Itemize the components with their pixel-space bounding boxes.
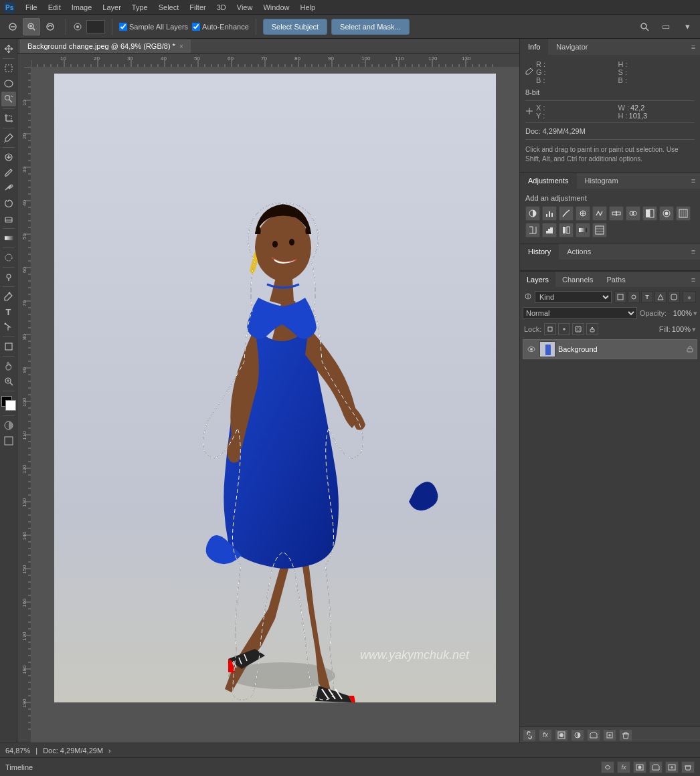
- timeline-add-btn[interactable]: [665, 761, 679, 773]
- layer-background[interactable]: Background: [523, 339, 697, 359]
- adj-hue-sat[interactable]: [609, 206, 624, 221]
- lock-artboard-btn[interactable]: [572, 323, 584, 335]
- sample-all-layers-checkbox[interactable]: [119, 23, 127, 31]
- search-button[interactable]: [636, 18, 653, 35]
- crop-tool[interactable]: [1, 111, 16, 126]
- quick-mask-toggle[interactable]: [1, 418, 16, 433]
- menu-layer[interactable]: Layer: [97, 2, 126, 13]
- screen-mode-toggle[interactable]: [1, 433, 16, 448]
- add-group-btn[interactable]: [587, 729, 600, 741]
- adj-photo-filter[interactable]: [659, 206, 674, 221]
- tab-paths[interactable]: Paths: [600, 272, 632, 288]
- hand-tool[interactable]: [1, 359, 16, 373]
- timeline-mask-btn[interactable]: [633, 761, 646, 773]
- menu-edit[interactable]: Edit: [43, 2, 66, 13]
- tab-actions[interactable]: Actions: [559, 244, 599, 260]
- adj-channel-mixer[interactable]: [676, 206, 691, 221]
- kind-filter-toggle[interactable]: ●: [683, 291, 696, 303]
- tab-history[interactable]: History: [520, 244, 559, 260]
- timeline-link-btn[interactable]: [601, 761, 614, 773]
- menu-image[interactable]: Image: [66, 2, 98, 13]
- quick-select-tool[interactable]: [1, 92, 16, 106]
- tab-adjustments[interactable]: Adjustments: [520, 173, 577, 189]
- tab-channels[interactable]: Channels: [555, 272, 600, 288]
- layer-visibility-icon[interactable]: [526, 344, 537, 355]
- tool-select-mask[interactable]: [41, 18, 59, 35]
- tab-close-button[interactable]: ×: [179, 43, 183, 50]
- tab-layers[interactable]: Layers: [520, 272, 555, 288]
- lock-all-btn[interactable]: [586, 323, 598, 335]
- kind-smart-btn[interactable]: [668, 291, 680, 303]
- history-brush-tool[interactable]: [1, 196, 16, 211]
- healing-brush-tool[interactable]: [1, 150, 16, 165]
- timeline-group-btn[interactable]: [649, 761, 663, 773]
- adj-curves[interactable]: [559, 206, 574, 221]
- adj-posterize[interactable]: [542, 223, 557, 237]
- menu-file[interactable]: File: [20, 2, 43, 13]
- adj-vibrance[interactable]: [592, 206, 607, 221]
- tab-histogram[interactable]: Histogram: [577, 173, 626, 189]
- marquee-tool[interactable]: [1, 61, 16, 76]
- text-tool[interactable]: T: [1, 304, 16, 319]
- fill-value[interactable]: 100%: [672, 325, 691, 333]
- kind-text-btn[interactable]: T: [641, 291, 653, 303]
- kind-shape-btn[interactable]: [654, 291, 667, 303]
- lock-position-btn[interactable]: [558, 323, 570, 335]
- timeline-delete-btn[interactable]: [681, 761, 695, 773]
- eraser-tool[interactable]: [1, 211, 16, 226]
- adj-invert[interactable]: [525, 223, 540, 237]
- adj-color-balance[interactable]: [626, 206, 640, 221]
- menu-window[interactable]: Window: [258, 2, 294, 13]
- pen-tool[interactable]: [1, 289, 16, 304]
- status-arrow[interactable]: ›: [108, 747, 111, 755]
- menu-view[interactable]: View: [232, 2, 258, 13]
- eyedropper-tool[interactable]: [1, 130, 16, 145]
- tab-navigator[interactable]: Navigator: [548, 39, 596, 55]
- delete-layer-btn[interactable]: [619, 729, 632, 741]
- add-layer-btn[interactable]: [603, 729, 616, 741]
- info-panel-menu[interactable]: ≡: [687, 39, 700, 55]
- lock-pixels-btn[interactable]: [544, 323, 556, 335]
- kind-adjust-btn[interactable]: [628, 291, 640, 303]
- shape-tool[interactable]: [1, 339, 16, 354]
- canvas-scroll[interactable]: www.yakymchuk.net: [17, 54, 519, 743]
- adj-selective-color[interactable]: [592, 223, 607, 237]
- gradient-tool[interactable]: [1, 231, 16, 246]
- timeline-fx-btn[interactable]: fx: [617, 761, 630, 773]
- adj-exposure[interactable]: [576, 206, 590, 221]
- adj-brightness-contrast[interactable]: [525, 206, 540, 221]
- brush-size-input[interactable]: 6: [86, 20, 105, 33]
- workspace-arrow[interactable]: ▾: [679, 18, 696, 35]
- photo-canvas[interactable]: www.yakymchuk.net: [54, 74, 496, 702]
- add-mask-btn[interactable]: [555, 729, 568, 741]
- workspace-button[interactable]: ▭: [657, 18, 675, 35]
- menu-3d[interactable]: 3D: [211, 2, 232, 13]
- tab-info[interactable]: Info: [520, 39, 548, 55]
- history-panel-menu[interactable]: ≡: [687, 244, 700, 260]
- blend-mode-select[interactable]: Normal: [523, 307, 637, 319]
- menu-type[interactable]: Type: [126, 2, 153, 13]
- blur-tool[interactable]: [1, 250, 16, 265]
- menu-select[interactable]: Select: [153, 2, 185, 13]
- select-subject-button[interactable]: Select Subject: [263, 19, 327, 35]
- adj-panel-menu[interactable]: ≡: [687, 173, 700, 189]
- background-color[interactable]: [5, 400, 16, 411]
- kind-pixel-btn[interactable]: [614, 291, 626, 303]
- layers-panel-menu[interactable]: ≡: [687, 272, 700, 288]
- adj-levels[interactable]: [542, 206, 557, 221]
- document-tab[interactable]: Background change.jpeg @ 64,9% (RGB/8) *…: [20, 39, 191, 53]
- tool-select-normal[interactable]: [4, 18, 21, 35]
- adj-threshold[interactable]: [559, 223, 574, 237]
- menu-help[interactable]: Help: [295, 2, 321, 13]
- opacity-value[interactable]: 100%: [668, 309, 692, 317]
- auto-enhance-checkbox[interactable]: [192, 23, 200, 31]
- move-tool[interactable]: [1, 41, 16, 56]
- path-select-tool[interactable]: [1, 320, 16, 334]
- menu-filter[interactable]: Filter: [184, 2, 211, 13]
- kind-select[interactable]: Kind: [535, 291, 612, 303]
- clone-stamp-tool[interactable]: [1, 181, 16, 195]
- tool-quick-selection[interactable]: [23, 18, 40, 35]
- color-swatches[interactable]: [1, 396, 16, 411]
- select-and-mask-button[interactable]: Select and Mask...: [331, 19, 410, 35]
- dodge-tool[interactable]: [1, 270, 16, 284]
